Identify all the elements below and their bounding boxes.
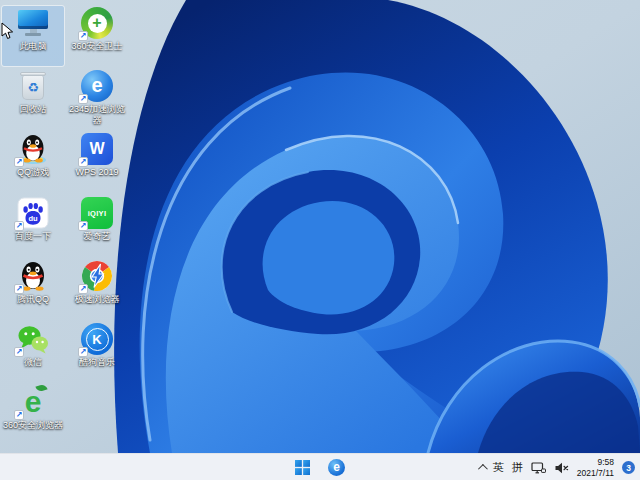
- desktop-icon-wps-2019[interactable]: W ↗ WPS 2019: [66, 132, 128, 192]
- 360-browser-icon: e ↗: [16, 385, 50, 419]
- network-icon[interactable]: [531, 461, 546, 475]
- baidu-paw-icon: du ↗: [16, 196, 50, 230]
- icon-label: 2345加速浏览器: [66, 104, 128, 126]
- shortcut-arrow-icon: ↗: [14, 347, 24, 357]
- start-button[interactable]: [293, 458, 312, 477]
- shortcut-arrow-icon: ↗: [78, 284, 88, 294]
- wps-icon: W ↗: [80, 132, 114, 166]
- shortcut-arrow-icon: ↗: [14, 410, 24, 420]
- desktop-icon-speed-browser[interactable]: ↗ 极速浏览器: [66, 259, 128, 319]
- ime-pinyin-indicator[interactable]: 拼: [512, 462, 523, 473]
- desktop-icon-360-browser[interactable]: e ↗ 360安全浏览器: [2, 385, 64, 445]
- desktop-icon-2345-browser[interactable]: e ↗ 2345加速浏览器: [66, 69, 128, 129]
- shortcut-arrow-icon: ↗: [14, 157, 24, 167]
- tray-chevron-up-icon[interactable]: [478, 464, 488, 474]
- taskbar-clock[interactable]: 9:58 2021/7/11: [577, 457, 614, 478]
- shortcut-arrow-icon: ↗: [78, 347, 88, 357]
- desktop-icon-360-security[interactable]: + ↗ 360安全卫士: [66, 6, 128, 66]
- shortcut-arrow-icon: ↗: [78, 31, 88, 41]
- desktop-icon-kugou-music[interactable]: K ↗ 酷狗音乐: [66, 322, 128, 382]
- icon-label: 360安全浏览器: [3, 420, 63, 431]
- desktop-icon-baidu[interactable]: du ↗ 百度一下: [2, 196, 64, 256]
- icon-label: 极速浏览器: [75, 294, 120, 305]
- kugou-icon: K ↗: [80, 322, 114, 356]
- shortcut-arrow-icon: ↗: [14, 221, 24, 231]
- desktop-icon-this-pc[interactable]: 此电脑: [2, 6, 64, 66]
- windows-logo-icon: [295, 460, 310, 475]
- browser-e-icon: e: [328, 459, 345, 476]
- this-pc-icon: [16, 6, 50, 40]
- svg-text:du: du: [28, 214, 38, 223]
- shortcut-arrow-icon: ↗: [78, 157, 88, 167]
- shortcut-arrow-icon: ↗: [78, 221, 88, 231]
- icon-label: 腾讯QQ: [17, 294, 49, 305]
- desktop-icon-wechat[interactable]: ↗ 微信: [2, 322, 64, 382]
- taskbar-browser-button[interactable]: e: [326, 457, 347, 478]
- tray-date: 2021/7/11: [577, 468, 614, 479]
- volume-muted-icon[interactable]: [554, 461, 569, 475]
- icon-label: QQ游戏: [17, 167, 49, 178]
- notification-badge[interactable]: 3: [622, 461, 635, 474]
- icon-label: 爱奇艺: [84, 231, 111, 242]
- shortcut-arrow-icon: ↗: [14, 284, 24, 294]
- desktop-icon-qq-games[interactable]: ↗ QQ游戏: [2, 132, 64, 192]
- icon-label: 360安全卫士: [71, 41, 122, 52]
- 2345-browser-icon: e ↗: [80, 69, 114, 103]
- icon-label: 百度一下: [15, 231, 51, 242]
- wechat-icon: ↗: [16, 322, 50, 356]
- desktop-icon-tencent-qq[interactable]: ↗ 腾讯QQ: [2, 259, 64, 319]
- ime-english-indicator[interactable]: 英: [493, 462, 504, 473]
- icon-label: 回收站: [20, 104, 47, 115]
- speed-browser-icon: ↗: [80, 259, 114, 293]
- icon-label: WPS 2019: [75, 167, 118, 178]
- icon-label: 微信: [24, 357, 42, 368]
- iqiyi-icon: iQIYI ↗: [80, 196, 114, 230]
- 360-security-icon: + ↗: [80, 6, 114, 40]
- desktop-icon-recycle-bin[interactable]: ♻ 回收站: [2, 69, 64, 129]
- tray-time: 9:58: [597, 457, 614, 468]
- icon-label: 酷狗音乐: [79, 357, 115, 368]
- taskbar: e 英 拼 9:58 2021/7/11 3: [0, 453, 640, 480]
- shortcut-arrow-icon: ↗: [78, 94, 88, 104]
- desktop-icon-iqiyi[interactable]: iQIYI ↗ 爱奇艺: [66, 196, 128, 256]
- qq-penguin-icon: ↗: [16, 259, 50, 293]
- recycle-bin-icon: ♻: [16, 69, 50, 103]
- icon-label: 此电脑: [20, 41, 47, 52]
- qq-games-penguin-icon: ↗: [16, 132, 50, 166]
